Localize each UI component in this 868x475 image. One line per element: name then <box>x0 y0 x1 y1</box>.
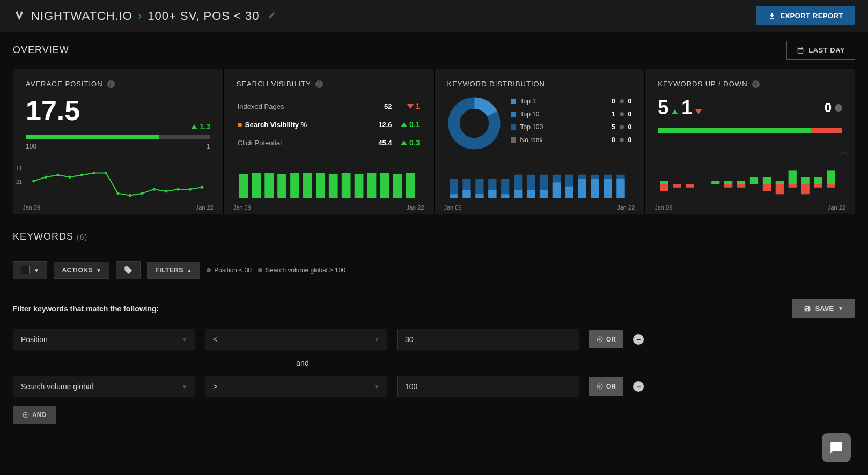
metric-label: Search Visibility % <box>238 116 366 133</box>
svg-point-10 <box>105 172 107 174</box>
svg-rect-36 <box>462 190 470 198</box>
edit-icon[interactable] <box>268 11 276 20</box>
svg-rect-67 <box>724 184 732 188</box>
select-all-checkbox[interactable]: ▼ <box>13 261 47 279</box>
filter-chip[interactable]: Search volume global > 100 <box>258 266 345 274</box>
updown-bar <box>658 128 842 133</box>
svg-rect-26 <box>329 174 338 198</box>
tags-button[interactable] <box>116 261 141 279</box>
legend-swatch-icon <box>511 137 516 143</box>
svg-rect-73 <box>776 181 784 184</box>
add-or-button[interactable]: OR <box>589 330 623 348</box>
mini-charts-row: 1121Jan 09Jan 22Jan 09Jan 22Jan 09Jan 22… <box>13 160 855 214</box>
save-filter-button[interactable]: SAVE ▼ <box>792 299 855 318</box>
filter-chip[interactable]: Position < 30 <box>207 266 252 274</box>
svg-point-5 <box>45 176 47 179</box>
info-icon[interactable]: i <box>315 80 323 88</box>
keywords-toolbar: ▼ ACTIONS ▼ FILTERS ▲ Position < 30 Sear… <box>13 261 855 288</box>
metric-delta: 0.3 <box>401 138 420 147</box>
add-and-button[interactable]: AND <box>13 406 56 424</box>
donut-chart <box>447 97 501 150</box>
svg-rect-52 <box>565 187 573 198</box>
filter-field-select[interactable]: Search volume global▼ <box>13 376 195 397</box>
svg-rect-66 <box>724 181 732 184</box>
svg-point-14 <box>153 188 156 190</box>
svg-rect-38 <box>475 194 483 198</box>
svg-rect-27 <box>342 173 351 198</box>
section-title-keywords: KEYWORDS (6) <box>13 231 87 242</box>
svg-rect-32 <box>406 173 415 198</box>
svg-point-15 <box>165 190 167 192</box>
svg-rect-20 <box>252 173 261 198</box>
svg-rect-62 <box>660 184 668 191</box>
breadcrumb-site[interactable]: NIGHTWATCH.IO <box>31 9 133 23</box>
dot-icon <box>620 112 624 116</box>
svg-point-11 <box>116 192 119 195</box>
legend-row: No rank00 <box>511 136 632 144</box>
svg-rect-65 <box>711 181 719 184</box>
filters-toggle[interactable]: FILTERS ▲ <box>147 262 200 279</box>
svg-point-1 <box>20 11 22 13</box>
svg-point-16 <box>176 188 179 190</box>
chevron-up-icon[interactable]: ︿ <box>841 147 849 157</box>
svg-rect-80 <box>814 184 822 188</box>
legend-swatch-icon <box>511 99 516 104</box>
metric-label: Click Potential <box>238 134 366 151</box>
svg-rect-71 <box>763 177 771 184</box>
mini-chart: Jan 09Jan 22 <box>435 160 645 214</box>
svg-rect-82 <box>827 184 835 188</box>
chevron-right-icon: › <box>138 9 142 23</box>
svg-rect-69 <box>737 184 745 188</box>
keywords-neutral-value: 0 <box>825 100 832 115</box>
date-range-button[interactable]: LAST DAY <box>786 41 855 60</box>
chat-fab[interactable] <box>822 433 851 462</box>
svg-point-13 <box>141 192 143 195</box>
dot-icon <box>835 104 842 112</box>
info-icon[interactable]: i <box>107 80 115 88</box>
svg-rect-68 <box>737 181 745 184</box>
svg-rect-74 <box>776 184 784 195</box>
mini-chart: Jan 09Jan 22 <box>224 160 434 214</box>
svg-rect-64 <box>686 184 694 188</box>
overview-cards: AVERAGE POSITIONi 17.5 1.3 1001 SEARCH V… <box>13 69 855 160</box>
breadcrumb-view: 100+ SV, POS < 30 <box>148 9 259 23</box>
remove-filter-button[interactable]: − <box>633 334 644 345</box>
export-report-button[interactable]: EXPORT REPORT <box>756 6 855 25</box>
app-logo-icon <box>13 10 26 23</box>
filter-value-input[interactable] <box>397 329 579 350</box>
filters-panel-title: Filter keywords that match the following… <box>13 305 159 313</box>
actions-dropdown[interactable]: ACTIONS ▼ <box>54 262 109 279</box>
add-or-button[interactable]: OR <box>589 377 623 396</box>
download-icon <box>768 12 776 20</box>
avg-position-value: 17.5 <box>26 97 80 124</box>
card-search-visibility: SEARCH VISIBILITYi Indexed Pages52 1Sear… <box>224 69 434 160</box>
legend-row: Top 1010 <box>511 110 632 118</box>
info-icon[interactable]: i <box>752 80 760 88</box>
keywords-up-value: 5 <box>658 97 668 119</box>
metric-value: 12.6 <box>367 116 392 133</box>
svg-rect-79 <box>814 177 822 184</box>
triangle-up-icon <box>672 109 678 114</box>
svg-rect-76 <box>789 184 797 188</box>
filter-value-input[interactable] <box>397 376 579 397</box>
calendar-icon <box>797 47 804 54</box>
legend-swatch-icon <box>511 124 516 130</box>
svg-rect-58 <box>604 179 612 198</box>
dot-icon <box>620 125 624 129</box>
svg-point-6 <box>56 174 59 176</box>
filter-operator-select[interactable]: <▼ <box>205 329 387 350</box>
dot-icon <box>207 268 211 272</box>
svg-point-0 <box>17 11 18 13</box>
keywords-down-value: 1 <box>681 97 692 119</box>
section-title-overview: OVERVIEW <box>13 44 69 56</box>
breadcrumb: NIGHTWATCH.IO › 100+ SV, POS < 30 <box>13 9 276 23</box>
svg-rect-78 <box>801 184 810 195</box>
filter-operator-select[interactable]: >▼ <box>205 376 387 397</box>
avg-position-delta: 1.3 <box>191 122 210 131</box>
svg-rect-31 <box>393 174 402 198</box>
filter-field-select[interactable]: Position▼ <box>13 329 195 350</box>
plus-circle-icon <box>23 412 29 418</box>
remove-filter-button[interactable]: − <box>633 381 644 392</box>
filter-row: Search volume global▼ >▼ OR − <box>13 376 855 397</box>
card-average-position: AVERAGE POSITIONi 17.5 1.3 1001 <box>13 69 223 160</box>
